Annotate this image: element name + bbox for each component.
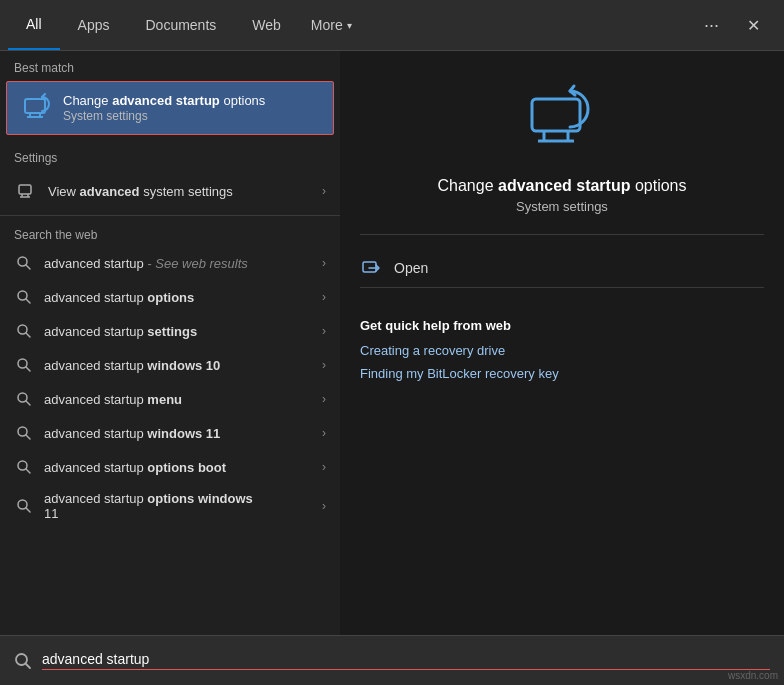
search-icon-1 — [14, 287, 34, 307]
svg-line-31 — [26, 663, 31, 668]
chevron-right-icon-2: › — [322, 324, 326, 338]
svg-rect-28 — [363, 262, 376, 272]
app-icon-large — [522, 81, 602, 161]
search-icon-3 — [14, 355, 34, 375]
search-item-text-2: advanced startup settings — [44, 324, 322, 339]
chevron-right-icon-7: › — [322, 499, 326, 513]
search-item-5[interactable]: advanced startup windows 11 › — [0, 416, 340, 450]
best-match-text: Change advanced startup options System s… — [63, 93, 265, 124]
search-item-1[interactable]: advanced startup options › — [0, 280, 340, 314]
search-icon-2 — [14, 321, 34, 341]
bottom-search-icon — [14, 652, 32, 670]
search-icon-4 — [14, 389, 34, 409]
settings-icon — [14, 179, 38, 203]
settings-item-text: View advanced system settings — [48, 184, 322, 199]
search-item-text-0: advanced startup - See web results — [44, 256, 322, 271]
quick-help-link-1[interactable]: Finding my BitLocker recovery key — [360, 366, 764, 381]
tab-documents[interactable]: Documents — [127, 0, 234, 50]
main-content: Best match Change advanced startup optio… — [0, 51, 784, 635]
search-web-label: Search the web — [0, 220, 340, 246]
right-panel: Change advanced startup options System s… — [340, 51, 784, 635]
system-settings-icon — [21, 92, 53, 124]
svg-line-19 — [26, 435, 30, 439]
chevron-right-icon-0: › — [322, 256, 326, 270]
quick-help-title: Get quick help from web — [360, 318, 764, 333]
watermark: wsxdn.com — [728, 670, 778, 681]
svg-line-21 — [26, 469, 30, 473]
svg-line-13 — [26, 333, 30, 337]
chevron-right-icon-6: › — [322, 460, 326, 474]
search-icon-5 — [14, 423, 34, 443]
chevron-right-icon: › — [322, 184, 326, 198]
search-item-text-5: advanced startup windows 11 — [44, 426, 322, 441]
search-item-2[interactable]: advanced startup settings › — [0, 314, 340, 348]
tab-apps[interactable]: Apps — [60, 0, 128, 50]
search-input[interactable] — [42, 651, 770, 670]
chevron-right-icon-5: › — [322, 426, 326, 440]
chevron-right-icon-1: › — [322, 290, 326, 304]
settings-item-0[interactable]: View advanced system settings › — [0, 171, 340, 211]
app-title: Change advanced startup options — [437, 177, 686, 195]
quick-help-section: Get quick help from web Creating a recov… — [360, 318, 764, 389]
tab-web[interactable]: Web — [234, 0, 299, 50]
search-item-text-4: advanced startup menu — [44, 392, 322, 407]
right-divider-2 — [360, 287, 764, 288]
right-divider-1 — [360, 234, 764, 235]
left-panel: Best match Change advanced startup optio… — [0, 51, 340, 635]
svg-line-11 — [26, 299, 30, 303]
search-item-text-3: advanced startup windows 10 — [44, 358, 322, 373]
open-label: Open — [394, 260, 428, 276]
chevron-down-icon: ▾ — [347, 20, 352, 31]
search-item-3[interactable]: advanced startup windows 10 › — [0, 348, 340, 382]
search-item-text-6: advanced startup options boot — [44, 460, 322, 475]
tab-all[interactable]: All — [8, 0, 60, 50]
search-item-text-7: advanced startup options windows 11 — [44, 491, 322, 521]
svg-line-17 — [26, 401, 30, 405]
search-item-text-1: advanced startup options — [44, 290, 322, 305]
svg-line-23 — [26, 508, 30, 512]
search-item-4[interactable]: advanced startup menu › — [0, 382, 340, 416]
best-match-item[interactable]: Change advanced startup options System s… — [6, 81, 334, 135]
more-options-button[interactable]: ··· — [692, 0, 731, 50]
search-item-0[interactable]: advanced startup - See web results › — [0, 246, 340, 280]
search-icon-6 — [14, 457, 34, 477]
settings-label: Settings — [0, 141, 340, 171]
chevron-right-icon-3: › — [322, 358, 326, 372]
divider-1 — [0, 215, 340, 216]
open-icon — [360, 257, 382, 279]
bottom-search-bar — [0, 635, 784, 685]
search-icon-7 — [14, 496, 34, 516]
tab-more[interactable]: More ▾ — [299, 0, 364, 50]
svg-line-9 — [26, 265, 30, 269]
best-match-subtitle: System settings — [63, 109, 265, 123]
best-match-label: Best match — [0, 51, 340, 81]
search-item-6[interactable]: advanced startup options boot › — [0, 450, 340, 484]
quick-help-link-0[interactable]: Creating a recovery drive — [360, 343, 764, 358]
search-icon-0 — [14, 253, 34, 273]
svg-rect-4 — [19, 185, 31, 194]
svg-line-15 — [26, 367, 30, 371]
app-subtitle: System settings — [516, 199, 608, 214]
close-button[interactable]: ✕ — [731, 0, 776, 50]
top-nav: All Apps Documents Web More ▾ ··· ✕ — [0, 0, 784, 51]
chevron-right-icon-4: › — [322, 392, 326, 406]
best-match-title: Change advanced startup options — [63, 93, 265, 110]
search-item-7[interactable]: advanced startup options windows 11 › — [0, 484, 340, 528]
open-action[interactable]: Open — [360, 249, 764, 287]
